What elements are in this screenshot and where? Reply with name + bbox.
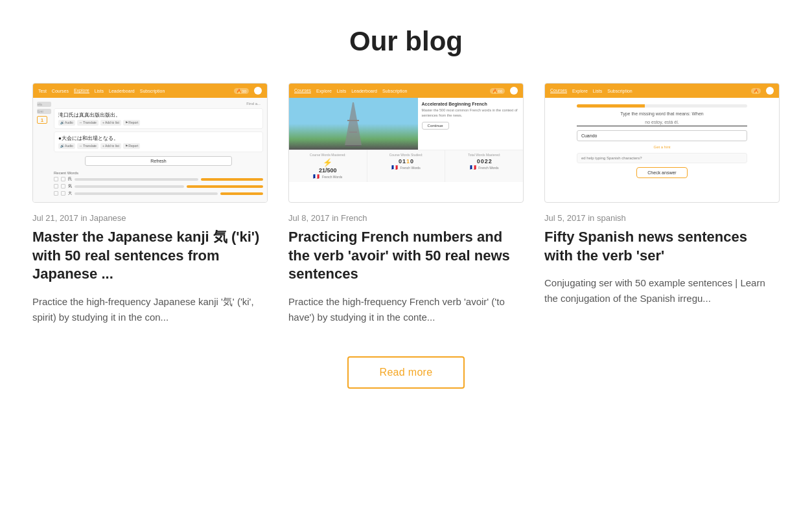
mock-nav-test: Test xyxy=(38,89,47,93)
mock-stat3-label: 🇫🇷 French Words xyxy=(448,165,520,170)
mock-stat1-title: Course Words Mastered: xyxy=(292,153,364,157)
mock-audio-btn2: 🔊 Audio xyxy=(58,143,75,149)
cards-grid: Test Courses Explore Lists Leaderboard S… xyxy=(32,83,780,325)
mock-progress-fill xyxy=(577,104,645,108)
mock-nav-explore: Explore xyxy=(74,88,89,93)
mock-stats-row: Course Words Mastered: ⚡ 21/500 🇫🇷 Frenc… xyxy=(289,150,523,182)
mock-hero: Accelerated Beginning French Master the … xyxy=(289,98,523,150)
mock-bar1 xyxy=(75,178,198,181)
card-title-french[interactable]: Practicing French numbers and the verb '… xyxy=(288,228,524,284)
blog-section: Our blog Test Courses Explore Lists Lead… xyxy=(0,0,812,428)
mock-word3: 大 xyxy=(68,190,72,196)
card-french: Courses Explore Lists Leaderboard Subscr… xyxy=(288,83,524,325)
mock-main-japanese: Find a... 滝口氏は真真出版出版出。 🔊 Audio ↔ Transla… xyxy=(54,102,263,198)
mock-avatar xyxy=(254,87,262,95)
mock-input: Cuando xyxy=(577,130,747,141)
mock-nav-subscription: Subscription xyxy=(140,89,165,93)
mock-addlist-btn: + Add to list xyxy=(100,120,121,126)
mock-report-btn2: ⚑ Report xyxy=(123,143,140,149)
card-meta-japanese: Jul 21, 2017 in Japanese xyxy=(32,213,268,223)
mock-actions1: 🔊 Audio ↔ Translate + Add to list ⚑ Repo… xyxy=(58,120,259,126)
mock-sentence1: 滝口氏は真真出版出版出。 🔊 Audio ↔ Translate + Add t… xyxy=(54,108,263,129)
mock-fr-avatar xyxy=(510,87,518,95)
mock-check1 xyxy=(54,177,58,181)
mock-bar2 xyxy=(75,185,184,188)
mock-bar3c xyxy=(220,192,263,195)
mock-check-answer: Check answer xyxy=(636,167,687,178)
card-image-japanese: Test Courses Explore Lists Leaderboard S… xyxy=(32,83,268,203)
mock-recent-row1: 氏 xyxy=(54,176,263,182)
mock-flag1: 🇫🇷 xyxy=(313,174,319,179)
page-title: Our blog xyxy=(32,26,780,57)
mock-jp-text2: ●大会には和出場となる。 xyxy=(58,135,259,142)
mock-fr-nav-lists: Lists xyxy=(337,89,346,93)
mock-stat2-d1: 0 xyxy=(399,158,402,165)
card-excerpt-spanish: Conjugating ser with 50 example sentence… xyxy=(544,275,780,306)
mock-stat1-number: 21/500 xyxy=(292,167,364,174)
mock-nav-lists: Lists xyxy=(95,89,104,93)
card-meta-spanish: Jul 5, 2017 in spanish xyxy=(544,213,780,223)
mock-sidebar-emi: Emi xyxy=(37,109,51,114)
card-image-french: Courses Explore Lists Leaderboard Subscr… xyxy=(288,83,524,203)
mock-topbar-spanish: Courses Explore Lists Subscription 🔥 xyxy=(545,84,779,98)
mock-stat2-title: Course Words Studied: xyxy=(370,153,443,157)
eiffel-tower-icon xyxy=(343,101,363,146)
card-title-japanese[interactable]: Master the Japanese kanji 気 ('ki') with … xyxy=(32,228,268,284)
mock-flag2: 🇫🇷 xyxy=(391,165,398,170)
mock-check2 xyxy=(61,177,65,181)
mock-recent-label: Recent Words 氏 xyxy=(54,171,263,196)
mock-course-desc: Master the 500 most common French words … xyxy=(422,108,519,118)
mock-recent-row2: 気 xyxy=(54,183,263,189)
mock-fr-nav-courses: Courses xyxy=(294,88,311,93)
mock-sentence2: ●大会には和出場となる。 🔊 Audio ↔ Translate + Add t… xyxy=(54,132,263,152)
mock-stat1: Course Words Mastered: ⚡ 21/500 🇫🇷 Frenc… xyxy=(289,150,367,182)
card-meta-french: Jul 8, 2017 in French xyxy=(288,213,524,223)
mock-prompt: Type the missing word that means: When xyxy=(620,111,703,116)
mock-topbar-japanese: Test Courses Explore Lists Leaderboard S… xyxy=(33,84,267,98)
read-more-button[interactable]: Read more xyxy=(347,356,465,389)
mock-fr-nav-subscription: Subscription xyxy=(382,89,408,93)
mock-flag3: 🇫🇷 xyxy=(470,165,476,170)
mock-stat3-numbers: 0 0 2 2 xyxy=(448,158,520,165)
mock-recent-rows: 氏 気 xyxy=(54,176,263,196)
mock-sp-nav-explore: Explore xyxy=(572,89,588,93)
mock-stat3: Total Words Mastered: 0 0 2 2 🇫🇷 French xyxy=(445,150,523,182)
mock-sp-nav-courses: Courses xyxy=(550,88,567,93)
mock-stat2: Course Words Studied: 0 1 1 0 🇫🇷 French xyxy=(367,150,446,182)
mock-stat2-d3: 1 xyxy=(406,158,410,165)
mock-sidebar-ela: ela xyxy=(37,102,51,107)
mock-sidebar-number: 1 xyxy=(37,116,47,124)
mock-stat2-d2: 1 xyxy=(402,158,406,165)
card-image-spanish: Courses Explore Lists Subscription 🔥 Typ… xyxy=(544,83,780,203)
mock-word1: 氏 xyxy=(68,176,72,182)
card-spanish: Courses Explore Lists Subscription 🔥 Typ… xyxy=(544,83,780,325)
mock-sp-badge: 🔥 xyxy=(751,88,761,94)
mock-translate-btn2: ↔ Translate xyxy=(77,143,99,149)
card-excerpt-japanese: Practice the high-frequency Japanese kan… xyxy=(32,294,268,325)
card-excerpt-french: Practice the high-frequency French verb … xyxy=(288,294,524,325)
mock-nav-leaderboard: Leaderboard xyxy=(109,89,135,93)
card-title-spanish[interactable]: Fifty Spanish news sentences with the ve… xyxy=(544,228,780,265)
mock-bar2c xyxy=(187,185,263,188)
mock-sp-nav-lists: Lists xyxy=(593,89,602,93)
mock-check3 xyxy=(54,184,58,189)
mock-find: Find a... xyxy=(54,102,263,106)
mock-blank-line: no estoy, está él. xyxy=(577,120,747,126)
mock-stat3-d4: 2 xyxy=(489,158,492,165)
mock-check5 xyxy=(54,191,58,196)
mock-lightning-icon: ⚡ xyxy=(292,158,364,167)
mock-stat2-label: 🇫🇷 French Words xyxy=(370,165,443,170)
mock-course-info: Accelerated Beginning French Master the … xyxy=(418,98,523,150)
mock-tower xyxy=(289,98,418,150)
mock-sp-avatar xyxy=(766,87,774,95)
mock-jp-text1: 滝口氏は真真出版出版出。 xyxy=(58,111,259,119)
mock-badge: 🔥 30 xyxy=(234,88,249,94)
mock-stat2-numbers: 0 1 1 0 xyxy=(370,158,443,165)
mock-report-btn: ⚑ Report xyxy=(123,120,140,126)
mock-refresh: Refresh xyxy=(85,156,231,166)
mock-continue-btn: Continue xyxy=(422,122,449,130)
mock-check4 xyxy=(61,184,65,189)
mock-recent-row3: 大 xyxy=(54,190,263,196)
mock-sp-nav-subscription: Subscription xyxy=(607,89,632,93)
mock-audio-btn: 🔊 Audio xyxy=(58,120,75,126)
